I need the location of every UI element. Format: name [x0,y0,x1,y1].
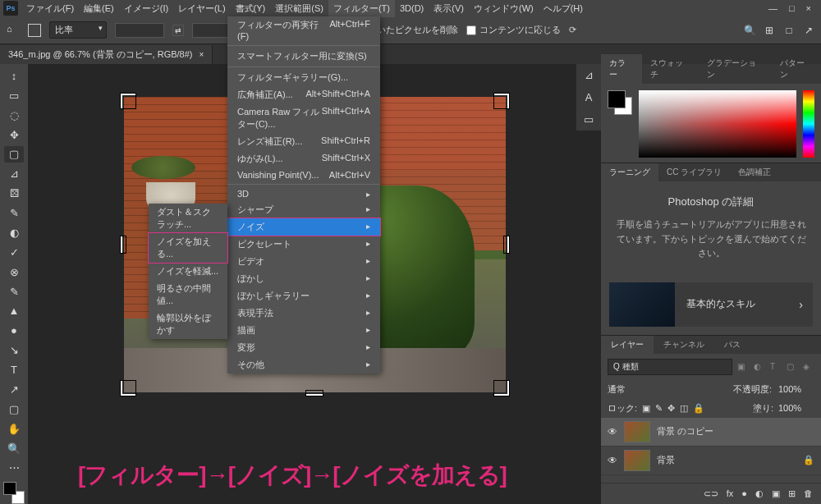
filter-smart-icon[interactable]: ◈ [803,362,814,371]
menu-select[interactable]: 選択範囲(S) [270,0,328,17]
tool-lasso[interactable]: ◌ [4,107,24,124]
tool-history[interactable]: ⊗ [4,263,24,281]
noise-sub-item-4[interactable]: 輪郭以外をぼかす [149,309,227,339]
noise-sub-item-1[interactable]: ノイズを加える... [149,233,227,263]
tool-blur[interactable]: ● [4,322,24,339]
opacity-input[interactable]: 100% [778,384,814,394]
tool-brush[interactable]: ◐ [4,224,24,241]
visibility-icon[interactable]: 👁 [608,455,617,466]
tab-channels[interactable]: チャンネル [654,336,714,354]
dock-histogram-icon[interactable]: ⊿ [585,69,594,81]
filter-item-9[interactable]: Vanishing Point(V)...Alt+Ctrl+V [227,167,380,182]
adjustment-layer-icon[interactable]: ◐ [755,488,764,499]
new-layer-icon[interactable]: ⊞ [788,488,796,499]
tool-eraser[interactable]: ✎ [4,283,24,300]
layer-row[interactable]: 👁 背景 🔒 [601,447,821,475]
tool-select[interactable]: ✥ [4,126,24,144]
filter-pixel-icon[interactable]: ▣ [737,362,749,371]
tool-gradient[interactable]: ▲ [4,303,24,320]
color-picker[interactable] [639,90,796,158]
crop-handle-b[interactable] [306,391,323,396]
workspace-icon[interactable]: ⊞ [764,25,775,36]
tab-adjustments[interactable]: 色調補正 [730,163,779,181]
dock-char-icon[interactable]: A [585,91,593,103]
tab-paths[interactable]: パス [714,336,750,354]
window-maximize[interactable]: □ [789,3,795,13]
menu-type[interactable]: 書式(Y) [231,0,271,17]
filter-item-8[interactable]: ゆがみ(L)...Shift+Ctrl+X [227,150,380,167]
menu-layer[interactable]: レイヤー(L) [173,0,230,17]
tab-swatches[interactable]: スウォッチ [642,54,699,84]
visibility-icon[interactable]: 👁 [608,426,617,438]
link-layers-icon[interactable]: ⊂⊃ [704,488,718,499]
filter-item-7[interactable]: レンズ補正(R)...Shift+Ctrl+R [227,133,380,150]
window-close[interactable]: × [806,3,811,13]
dock-paragraph-icon[interactable]: ▭ [584,113,594,126]
layer-kind-select[interactable]: Q 種類 [608,359,732,375]
filter-shape-icon[interactable]: ▢ [787,362,798,371]
layer-fx-icon[interactable]: fx [727,488,734,499]
color-swatch[interactable] [608,90,632,115]
filter-item-2[interactable]: スマートフィルター用に変換(S) [227,48,380,65]
filter-item-16[interactable]: ぼかし [227,270,380,287]
tab-learning[interactable]: ラーニング [601,163,658,181]
crop-handle-bl[interactable] [121,381,135,396]
filter-item-15[interactable]: ビデオ [227,253,380,270]
menu-filter[interactable]: フィルター(T) [328,0,395,17]
tool-heal[interactable]: ✎ [4,204,24,222]
filter-item-18[interactable]: 表現手法 [227,305,380,322]
fill-input[interactable]: 100% [778,403,814,413]
filter-item-17[interactable]: ぼかしギャラリー [227,287,380,305]
filter-item-4[interactable]: フィルターギャラリー(G)... [227,69,380,86]
search-icon[interactable]: 🔍 [744,25,755,36]
learn-card-basics[interactable]: 基本的なスキル › [609,282,813,327]
tool-hand[interactable]: ✋ [4,420,24,438]
tool-move[interactable]: ↕ [4,67,24,85]
crop-handle-l[interactable] [121,236,126,253]
tool-eyedropper[interactable]: ⚄ [4,185,24,202]
tool-crop[interactable]: ▢ [4,146,24,163]
window-minimize[interactable]: — [768,3,777,13]
menu-window[interactable]: ウィンドウ(W) [469,0,539,17]
menu-view[interactable]: 表示(V) [429,0,469,17]
lock-all-icon[interactable]: 🔒 [693,403,704,414]
noise-sub-item-0[interactable]: ダスト＆スクラッチ... [149,204,227,233]
crop-handle-tl[interactable] [121,94,135,108]
lock-artboard-icon[interactable]: ◫ [680,403,688,414]
menu-file[interactable]: ファイル(F) [21,0,79,17]
filter-item-12[interactable]: シャープ [227,201,380,218]
filter-item-19[interactable]: 描画 [227,322,380,339]
content-aware-checkbox[interactable] [466,25,476,35]
filter-item-11[interactable]: 3D [227,186,380,201]
lock-pixels-icon[interactable]: ▣ [642,403,650,414]
tool-pen[interactable]: ↗ [4,381,24,398]
reset-icon[interactable]: ⟳ [569,25,576,35]
share-icon[interactable]: ↗ [803,25,814,36]
crop-tool-icon[interactable] [28,24,41,37]
home-icon[interactable]: ⌂ [7,24,20,37]
tab-color[interactable]: カラー [601,54,642,84]
trash-icon[interactable]: 🗑 [804,488,813,499]
filter-item-6[interactable]: Camera Raw フィルター(C)...Shift+Ctrl+A [227,103,380,133]
layer-group-icon[interactable]: ▣ [772,488,780,499]
menu-help[interactable]: ヘルプ(H) [539,0,588,17]
tool-text[interactable]: T [4,361,24,378]
menu-3d[interactable]: 3D(D) [395,1,429,16]
tab-layers[interactable]: レイヤー [601,336,654,354]
document-tab[interactable]: 346_m.jpg @ 66.7% (背景 のコピー, RGB/8#) × [0,45,213,64]
menu-image[interactable]: イメージ(I) [119,0,173,17]
lock-move-icon[interactable]: ✥ [667,403,675,414]
filter-item-21[interactable]: その他 [227,356,380,373]
tool-zoom[interactable]: 🔍 [4,440,24,457]
tool-marquee[interactable]: ▭ [4,87,24,104]
menu-edit[interactable]: 編集(E) [79,0,119,17]
frame-icon[interactable]: □ [783,25,795,36]
tab-libraries[interactable]: CC ライブラリ [658,163,730,181]
crop-handle-tr[interactable] [494,94,509,108]
tool-shape[interactable]: ▢ [4,401,24,418]
crop-handle-br[interactable] [494,381,509,396]
tab-patterns[interactable]: パターン [772,54,821,84]
filter-text-icon[interactable]: T [770,362,782,371]
tool-dodge[interactable]: ↘ [4,341,24,359]
crop-handle-r[interactable] [504,236,509,253]
